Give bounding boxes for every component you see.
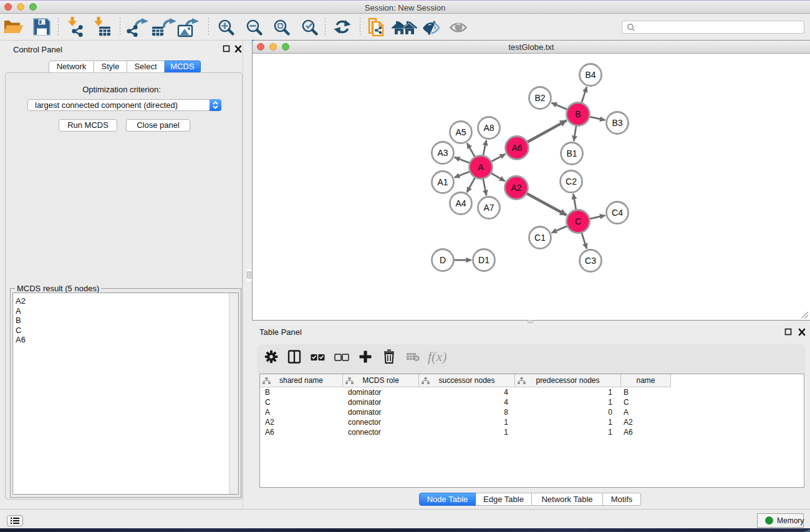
svg-text:B3: B3 <box>612 118 622 128</box>
svg-text:A5: A5 <box>455 127 466 137</box>
svg-text:A1: A1 <box>437 177 448 187</box>
svg-text:A6: A6 <box>511 143 522 153</box>
svg-text:A: A <box>478 162 484 172</box>
svg-text:A2: A2 <box>511 183 521 193</box>
svg-text:A3: A3 <box>437 148 448 158</box>
svg-text:D1: D1 <box>478 255 489 265</box>
svg-text:A7: A7 <box>483 203 494 213</box>
svg-text:B: B <box>575 109 581 119</box>
svg-text:C3: C3 <box>585 256 596 266</box>
svg-text:B1: B1 <box>566 148 577 158</box>
svg-text:C1: C1 <box>534 233 546 243</box>
svg-text:B2: B2 <box>534 93 545 103</box>
svg-text:D: D <box>440 255 446 265</box>
svg-text:C2: C2 <box>566 177 577 186</box>
svg-text:C4: C4 <box>612 208 623 218</box>
svg-text:A4: A4 <box>455 198 466 208</box>
svg-text:C: C <box>575 216 581 226</box>
svg-text:B4: B4 <box>585 70 595 80</box>
svg-text:A8: A8 <box>483 123 494 133</box>
